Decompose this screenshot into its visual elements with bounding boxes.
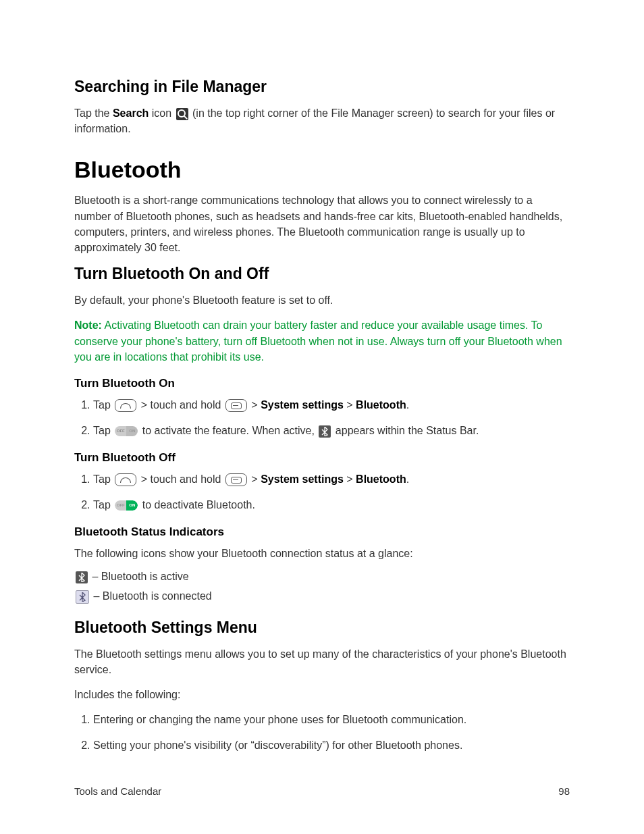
page-footer: Tools and Calendar 98 <box>74 785 570 797</box>
document-page: Searching in File Manager Tap the Search… <box>0 0 644 834</box>
search-icon <box>176 108 188 120</box>
label-search: Search <box>113 107 149 119</box>
settings-item-2: Setting your phone's visibility (or “dis… <box>93 737 570 754</box>
settings-list: Entering or changing the name your phone… <box>74 712 570 754</box>
paragraph-bluetooth-intro: Bluetooth is a short-range communication… <box>74 192 570 255</box>
step-on-1: Tap > touch and hold > System settings >… <box>93 397 570 413</box>
paragraph-default-off: By default, your phone's Bluetooth featu… <box>74 292 570 308</box>
heading-turn-bluetooth-on: Turn Bluetooth On <box>74 377 570 390</box>
settings-item-1: Entering or changing the name your phone… <box>93 712 570 728</box>
toggle-off-icon: OFFON <box>115 426 138 436</box>
steps-turn-off: Tap > touch and hold > System settings >… <box>74 471 570 513</box>
recent-apps-button-icon <box>225 473 247 486</box>
step-off-2: Tap OFFON to deactivate Bluetooth. <box>93 497 570 513</box>
home-button-icon <box>115 473 136 486</box>
paragraph-status-intro: The following icons show your Bluetooth … <box>74 546 570 561</box>
note-label: Note: <box>74 319 102 331</box>
paragraph-settings-intro: The Bluetooth settings menu allows you t… <box>74 646 570 677</box>
paragraph-search-instruction: Tap the Search icon (in the top right co… <box>74 105 570 136</box>
heading-bluetooth-status-indicators: Bluetooth Status Indicators <box>74 525 570 539</box>
footer-section-name: Tools and Calendar <box>74 785 161 797</box>
status-active-line: – Bluetooth is active <box>74 571 570 583</box>
heading-bluetooth: Bluetooth <box>74 157 570 183</box>
home-button-icon <box>115 399 136 412</box>
recent-apps-button-icon <box>225 399 247 412</box>
bluetooth-statusbar-icon <box>319 425 331 438</box>
step-on-2: Tap OFFON to activate the feature. When … <box>93 423 570 439</box>
bluetooth-connected-icon <box>76 590 89 604</box>
heading-turn-bluetooth-off: Turn Bluetooth Off <box>74 451 570 465</box>
heading-turn-bluetooth-on-off: Turn Bluetooth On and Off <box>74 265 570 283</box>
note-bluetooth-battery: Note: Activating Bluetooth can drain you… <box>74 317 570 365</box>
heading-bluetooth-settings-menu: Bluetooth Settings Menu <box>74 619 570 637</box>
paragraph-includes: Includes the following: <box>74 687 570 702</box>
step-off-1: Tap > touch and hold > System settings >… <box>93 471 570 488</box>
bluetooth-active-icon <box>76 571 88 583</box>
heading-searching-file-manager: Searching in File Manager <box>74 78 570 96</box>
footer-page-number: 98 <box>558 785 570 797</box>
toggle-on-icon: OFFON <box>115 500 138 511</box>
status-connected-line: – Bluetooth is connected <box>74 590 570 604</box>
steps-turn-on: Tap > touch and hold > System settings >… <box>74 397 570 439</box>
